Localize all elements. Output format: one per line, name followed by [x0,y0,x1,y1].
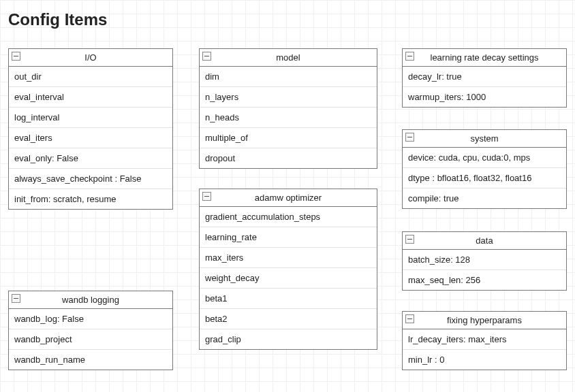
panel-system-header: system [403,130,566,148]
panel-fixing-header: fixing hyperparams [403,312,566,329]
panel-model: model dim n_layers n_heads multiple_of d… [199,48,377,169]
panel-io-header: I/O [9,49,172,67]
config-row: multiple_of [200,127,377,148]
panel-system-title: system [470,133,498,144]
config-row: eval_interval [9,86,172,107]
panel-wandb-title: wandb logging [62,295,119,305]
config-row: beta2 [200,308,377,329]
config-row: batch_size: 128 [403,250,566,270]
config-row: grad_clip [200,329,377,349]
panel-data: data batch_size: 128 max_seq_len: 256 [402,231,567,291]
collapse-icon[interactable] [12,294,20,303]
collapse-icon[interactable] [405,52,414,61]
config-row: max_iters [200,247,377,267]
config-row: eval_iters [9,127,172,148]
config-row: init_from: scratch, resume [9,189,172,209]
config-row: log_interval [9,107,172,127]
panel-data-header: data [403,232,566,250]
config-row: eval_only: False [9,148,172,168]
config-row: always_save_checkpoint : False [9,168,172,189]
panel-adamw: adamw optimizer gradient_accumulation_st… [199,189,377,350]
config-row: dropout [200,148,377,168]
panel-wandb-header: wandb logging [9,291,172,309]
collapse-icon[interactable] [405,314,414,323]
config-row: weight_decay [200,267,377,288]
panel-lr-decay: learning rate decay settings decay_lr: t… [402,48,567,108]
config-row: n_heads [200,107,377,127]
config-row: dim [200,67,377,86]
panel-model-title: model [276,52,300,63]
config-row: dtype : bfloat16, float32, float16 [403,167,566,188]
config-row: min_lr : 0 [403,349,566,370]
panel-data-title: data [476,235,493,246]
collapse-icon[interactable] [405,235,414,244]
config-row: lr_decay_iters: max_iters [403,329,566,349]
config-row: device: cuda, cpu, cuda:0, mps [403,148,566,167]
config-row: n_layers [200,86,377,107]
collapse-icon[interactable] [12,52,20,61]
panel-adamw-title: adamw optimizer [255,193,322,203]
config-row: decay_lr: true [403,67,566,86]
panel-lr-decay-header: learning rate decay settings [403,49,566,67]
page-title: Config Items [8,10,107,29]
config-row: wandb_run_name [9,349,172,370]
panel-wandb: wandb logging wandb_log: False wandb_pro… [8,291,173,370]
config-row: gradient_accumulation_steps [200,207,377,227]
config-row: wandb_project [9,329,172,349]
collapse-icon[interactable] [202,192,211,201]
panel-io-title: I/O [84,52,96,63]
panel-model-header: model [200,49,377,67]
panel-io: I/O out_dir eval_interval log_interval e… [8,48,173,210]
panel-system: system device: cuda, cpu, cuda:0, mps dt… [402,129,567,209]
panel-fixing-title: fixing hyperparams [447,315,522,325]
collapse-icon[interactable] [202,52,211,61]
panel-lr-decay-title: learning rate decay settings [431,52,539,63]
config-row: beta1 [200,288,377,308]
panel-adamw-header: adamw optimizer [200,189,377,207]
panel-fixing: fixing hyperparams lr_decay_iters: max_i… [402,311,567,370]
collapse-icon[interactable] [405,133,414,142]
config-row: learning_rate [200,227,377,247]
config-row: out_dir [9,67,172,86]
config-row: wandb_log: False [9,309,172,329]
config-row: max_seq_len: 256 [403,270,566,290]
config-row: compile: true [403,188,566,208]
config-row: warmup_iters: 1000 [403,86,566,107]
